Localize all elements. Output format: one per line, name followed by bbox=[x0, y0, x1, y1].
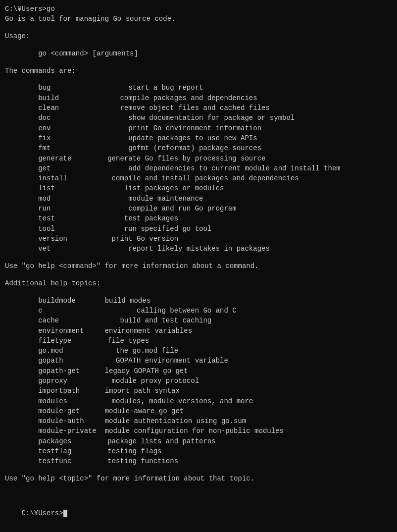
command-desc: remove object files and cached files bbox=[74, 103, 270, 113]
command-row: bug start a bug report bbox=[5, 83, 392, 93]
command-name: run bbox=[5, 204, 74, 213]
additional-header: Additional help topics: bbox=[5, 278, 392, 288]
topic-row: packages package lists and patterns bbox=[5, 436, 392, 446]
command-desc: module maintenance bbox=[74, 194, 203, 204]
topic-name: go.mod bbox=[5, 346, 74, 356]
topic-name: module-private bbox=[5, 426, 97, 436]
command-name: generate bbox=[5, 154, 74, 163]
command-row: list list packages or modules bbox=[5, 183, 392, 193]
usage-label: Usage: bbox=[5, 31, 392, 41]
command-desc: show documentation for package or symbol bbox=[74, 113, 295, 123]
topic-desc: build and test caching bbox=[74, 316, 211, 325]
command-row: test test packages bbox=[5, 213, 392, 223]
command-desc: test packages bbox=[74, 213, 178, 223]
command-name: get bbox=[5, 163, 74, 173]
topic-row: c calling between Go and C bbox=[5, 306, 392, 316]
topic-row: gopath-get legacy GOPATH go get bbox=[5, 366, 392, 376]
commands-header: The commands are: bbox=[5, 66, 392, 76]
command-row: fix update packages to use new APIs bbox=[5, 133, 392, 143]
final-prompt: C:\¥Users> bbox=[5, 498, 392, 528]
topic-name: buildmode bbox=[5, 296, 76, 306]
command-desc: update packages to use new APIs bbox=[74, 133, 257, 143]
topic-row: module-get module-aware go get bbox=[5, 406, 392, 416]
topic-row: buildmode build modes bbox=[5, 296, 392, 306]
topic-desc: testing flags bbox=[74, 446, 161, 456]
topic-row: environment environment variables bbox=[5, 326, 392, 336]
topic-desc: module configuration for non-public modu… bbox=[97, 426, 284, 436]
topic-name: module-auth bbox=[5, 416, 84, 426]
cursor bbox=[63, 510, 67, 517]
command-row: version print Go version bbox=[5, 234, 392, 244]
command-name: list bbox=[5, 183, 74, 193]
topic-name: environment bbox=[5, 326, 84, 336]
command-desc: print Go environment information bbox=[74, 123, 261, 133]
command-desc: start a bug report bbox=[74, 83, 203, 93]
command-desc: compile and install packages and depende… bbox=[74, 173, 299, 183]
topic-name: packages bbox=[5, 436, 74, 446]
command-name: version bbox=[5, 234, 74, 244]
topic-row: module-private module configuration for … bbox=[5, 426, 392, 436]
command-desc: print Go version bbox=[74, 234, 178, 244]
command-name: clean bbox=[5, 103, 74, 113]
topic-row: filetype file types bbox=[5, 336, 392, 346]
topic-row: go.mod the go.mod file bbox=[5, 346, 392, 356]
topic-desc: build modes bbox=[76, 296, 150, 306]
command-name: vet bbox=[5, 244, 74, 254]
command-row: doc show documentation for package or sy… bbox=[5, 113, 392, 123]
command-desc: compile packages and dependencies bbox=[74, 93, 257, 103]
command-row: clean remove object files and cached fil… bbox=[5, 103, 392, 113]
command-desc: add dependencies to current module and i… bbox=[74, 163, 341, 173]
topic-name: modules bbox=[5, 396, 74, 406]
topic-row: module-auth module authentication using … bbox=[5, 416, 392, 426]
command-name: test bbox=[5, 213, 74, 223]
topic-row: testflag testing flags bbox=[5, 446, 392, 456]
topic-desc: module-aware go get bbox=[80, 406, 184, 416]
command-name: doc bbox=[5, 113, 74, 123]
command-row: fmt gofmt (reformat) package sources bbox=[5, 143, 392, 153]
topic-name: importpath bbox=[5, 386, 80, 396]
topic-desc: package lists and patterns bbox=[74, 436, 216, 446]
commands-list: bug start a bug report build compile pac… bbox=[5, 83, 392, 254]
topic-desc: calling between Go and C bbox=[74, 306, 237, 316]
topic-row: testfunc testing functions bbox=[5, 456, 392, 466]
topic-desc: module proxy protocol bbox=[74, 376, 199, 386]
command-row: vet report likely mistakes in packages bbox=[5, 244, 392, 254]
topic-desc: modules, module versions, and more bbox=[74, 396, 253, 406]
command-name: install bbox=[5, 173, 74, 183]
terminal-window: C:\¥Users>go Go is a tool for managing G… bbox=[5, 4, 392, 528]
intro-line: Go is a tool for managing Go source code… bbox=[5, 14, 392, 24]
command-desc: compile and run Go program bbox=[74, 204, 237, 213]
command-desc: run specified go tool bbox=[74, 224, 211, 234]
topic-desc: file types bbox=[74, 336, 149, 346]
topic-row: importpath import path syntax bbox=[5, 386, 392, 396]
topic-desc: import path syntax bbox=[80, 386, 180, 396]
command-name: tool bbox=[5, 224, 74, 234]
help-cmd-line: Use "go help <command>" for more informa… bbox=[5, 261, 392, 271]
command-desc: list packages or modules bbox=[74, 183, 224, 193]
command-row: env print Go environment information bbox=[5, 123, 392, 133]
topic-desc: legacy GOPATH go get bbox=[80, 366, 188, 376]
command-name: bug bbox=[5, 83, 74, 93]
command-desc: report likely mistakes in packages bbox=[74, 244, 270, 254]
topic-desc: module authentication using go.sum bbox=[84, 416, 247, 426]
command-desc: gofmt (reformat) package sources bbox=[74, 143, 261, 153]
topic-name: goproxy bbox=[5, 376, 74, 386]
command-row: build compile packages and dependencies bbox=[5, 93, 392, 103]
topic-desc: environment variables bbox=[84, 326, 192, 336]
command-row: install compile and install packages and… bbox=[5, 173, 392, 183]
prompt-line: C:\¥Users>go bbox=[5, 4, 392, 14]
topic-desc: the go.mod file bbox=[74, 346, 178, 356]
topics-list: buildmode build modes c calling between … bbox=[5, 296, 392, 467]
topic-name: gopath-get bbox=[5, 366, 80, 376]
command-row: get add dependencies to current module a… bbox=[5, 163, 392, 173]
usage-cmd: go <command> [arguments] bbox=[5, 49, 392, 58]
topic-desc: testing functions bbox=[74, 456, 178, 466]
command-row: run compile and run Go program bbox=[5, 204, 392, 213]
topic-row: goproxy module proxy protocol bbox=[5, 376, 392, 386]
command-name: fix bbox=[5, 133, 74, 143]
topic-name: testfunc bbox=[5, 456, 74, 466]
help-topic-line: Use "go help <topic>" for more informati… bbox=[5, 474, 392, 483]
command-name: fmt bbox=[5, 143, 74, 153]
topic-name: cache bbox=[5, 316, 74, 325]
command-name: env bbox=[5, 123, 74, 133]
